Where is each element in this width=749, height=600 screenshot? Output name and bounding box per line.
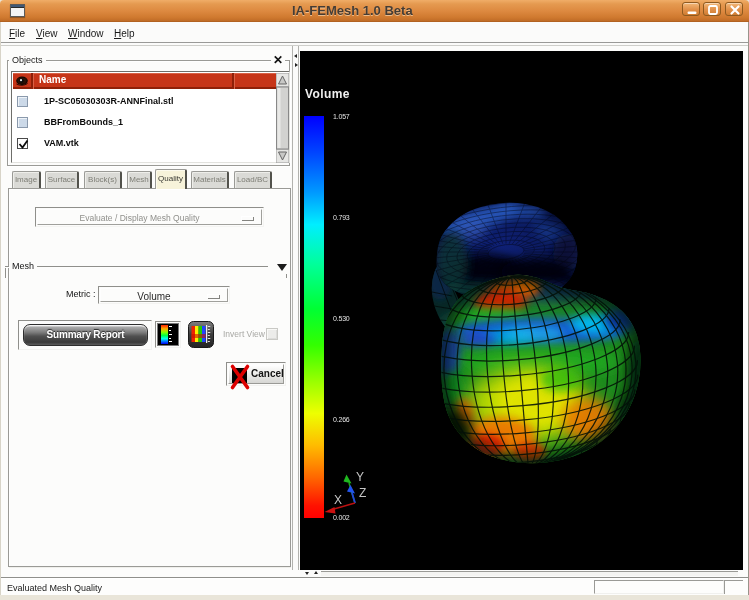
svg-text:X: X bbox=[334, 493, 342, 507]
svg-text:Y: Y bbox=[356, 470, 364, 484]
svg-text:Z: Z bbox=[359, 486, 366, 500]
